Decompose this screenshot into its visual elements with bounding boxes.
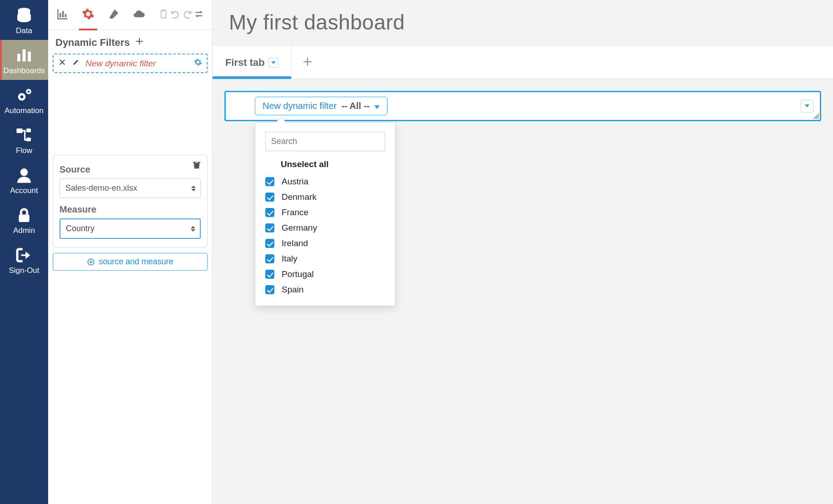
svg-rect-15 [62, 11, 64, 17]
edit-icon [72, 58, 80, 66]
checkbox-checked-icon[interactable] [265, 208, 274, 217]
toolbar-settings-button[interactable] [82, 8, 94, 22]
dashboard-title[interactable]: My first dashboard [213, 0, 833, 35]
gear-icon [82, 8, 94, 20]
source-select[interactable]: Sales-demo-en.xlsx [60, 178, 201, 198]
svg-rect-18 [162, 9, 165, 11]
toolbar-cloud-button[interactable] [133, 8, 145, 22]
nav-label: Automation [5, 106, 44, 115]
barchart-icon [56, 8, 69, 20]
nav-item-automation[interactable]: Automation [0, 80, 48, 120]
nav-item-dashboards[interactable]: Dashboards [0, 40, 48, 80]
checkbox-checked-icon[interactable] [265, 177, 274, 186]
panel-toolbar [48, 0, 212, 30]
unselect-all-button[interactable]: Unselect all [281, 159, 385, 169]
undo-icon[interactable] [170, 9, 180, 21]
filter-chip-label: New dynamic filter [85, 59, 156, 69]
tab-first[interactable]: First tab [213, 46, 292, 79]
filter-option-label: Ireland [282, 238, 308, 248]
filter-option-label: Italy [282, 254, 298, 264]
nav-item-data[interactable]: Data [0, 0, 48, 40]
cloud-icon [133, 8, 145, 20]
svg-rect-2 [23, 49, 26, 62]
nav-item-admin[interactable]: Admin [0, 200, 48, 240]
left-nav: Data Dashboards Automation Flow Account … [0, 0, 48, 504]
add-filter-button[interactable] [134, 36, 144, 49]
filter-options-popover: Unselect all AustriaDenmarkFranceGermany… [255, 122, 396, 306]
barchart-icon [15, 46, 33, 64]
checkbox-checked-icon[interactable] [265, 193, 274, 202]
nav-label: Account [10, 186, 38, 195]
tab-menu-button[interactable] [268, 58, 278, 68]
checkbox-checked-icon[interactable] [265, 239, 274, 248]
filter-bar-menu-button[interactable] [801, 100, 813, 113]
resize-handle-icon[interactable] [813, 113, 819, 119]
svg-rect-9 [26, 128, 31, 132]
swap-icon[interactable] [194, 9, 204, 21]
nav-label: Data [16, 26, 32, 35]
user-icon [15, 166, 33, 184]
filter-option[interactable]: Spain [265, 282, 385, 297]
filter-bar-widget[interactable]: New dynamic filter -- All -- Unselect al… [224, 91, 821, 121]
filter-option-label: Denmark [282, 192, 317, 202]
checkbox-checked-icon[interactable] [265, 270, 274, 279]
nav-item-flow[interactable]: Flow [0, 120, 48, 160]
filter-search-input[interactable] [265, 132, 385, 151]
chevron-updown-icon [191, 186, 196, 191]
chevron-updown-icon [191, 226, 195, 232]
checkbox-checked-icon[interactable] [265, 223, 274, 232]
clipboard-icon[interactable] [159, 9, 169, 21]
filter-chip-settings-button[interactable] [194, 58, 202, 69]
source-label: Source [60, 164, 201, 175]
lock-icon [15, 206, 33, 224]
filters-section-title: Dynamic Filters [53, 36, 208, 49]
panel-body: Dynamic Filters New dynamic filter Sourc… [48, 30, 212, 277]
add-source-measure-label: source and measure [99, 257, 173, 267]
toolbar-style-button[interactable] [107, 8, 120, 22]
svg-rect-1 [17, 54, 20, 62]
main-canvas: My first dashboard First tab New dynamic… [213, 0, 833, 504]
measure-select[interactable]: Country [60, 218, 201, 239]
nav-label: Flow [16, 146, 32, 155]
tab-label: First tab [225, 57, 265, 69]
brush-icon [107, 8, 120, 20]
flow-icon [15, 126, 33, 144]
filter-pill[interactable]: New dynamic filter -- All -- [255, 97, 387, 115]
plus-icon [134, 36, 144, 46]
config-panel: Dynamic Filters New dynamic filter Sourc… [48, 0, 213, 504]
filter-option[interactable]: Ireland [265, 236, 385, 251]
filter-option[interactable]: France [265, 205, 385, 220]
filter-option-label: Germany [282, 223, 317, 233]
checkbox-checked-icon[interactable] [265, 285, 274, 294]
svg-rect-8 [16, 128, 22, 133]
signout-icon [15, 246, 33, 264]
svg-rect-17 [161, 10, 166, 18]
add-source-measure-button[interactable]: source and measure [53, 253, 208, 271]
checkbox-checked-icon[interactable] [265, 254, 274, 263]
toolbar-history [159, 9, 204, 21]
filter-option[interactable]: Germany [265, 220, 385, 236]
remove-filter-button[interactable] [58, 58, 66, 69]
add-tab-button[interactable] [292, 56, 323, 69]
delete-card-button[interactable] [192, 160, 202, 172]
filter-option[interactable]: Portugal [265, 267, 385, 282]
chevron-down-icon [374, 101, 380, 111]
nav-label: Sign-Out [9, 266, 39, 275]
filter-option-label: Portugal [282, 269, 314, 279]
filter-option-label: France [282, 208, 308, 217]
filter-option[interactable]: Denmark [265, 189, 385, 205]
filter-option[interactable]: Italy [265, 251, 385, 267]
nav-label: Admin [13, 226, 35, 235]
nav-item-signout[interactable]: Sign-Out [0, 240, 48, 280]
filter-option[interactable]: Austria [265, 174, 385, 189]
filters-title-text: Dynamic Filters [55, 37, 130, 49]
toolbar-chart-button[interactable] [56, 8, 69, 22]
close-icon [58, 58, 66, 66]
redo-icon[interactable] [182, 9, 192, 21]
edit-filter-button[interactable] [72, 58, 80, 69]
dynamic-filter-chip[interactable]: New dynamic filter [53, 54, 208, 73]
nav-item-account[interactable]: Account [0, 160, 48, 200]
svg-point-5 [20, 95, 24, 99]
measure-select-value: Country [66, 224, 94, 233]
measure-label: Measure [60, 204, 201, 215]
